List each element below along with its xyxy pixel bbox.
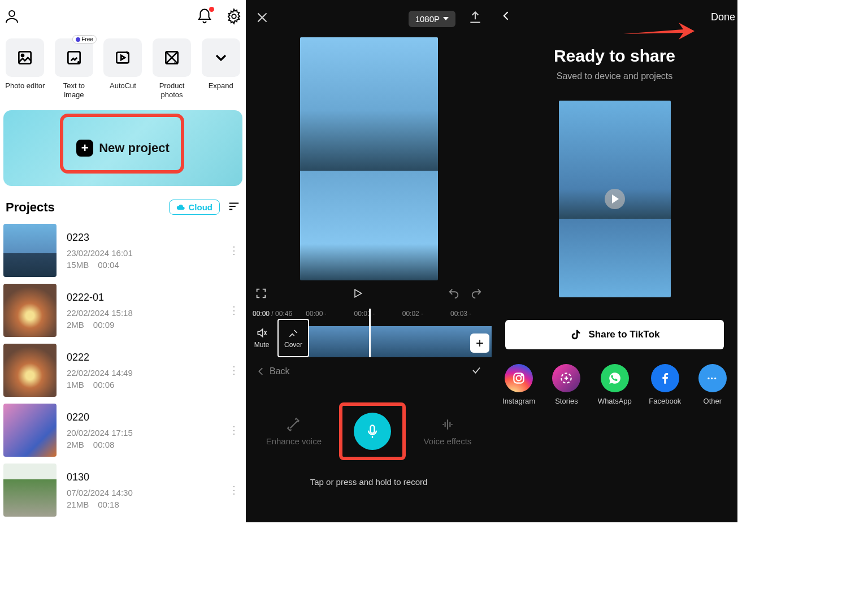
tool-label: Expand (209, 81, 233, 90)
record-button[interactable] (354, 413, 391, 450)
svg-point-0 (9, 11, 15, 16)
project-meta: 21MB00:18 (67, 500, 225, 509)
share-tiktok-label: Share to TikTok (589, 329, 660, 340)
new-project-button[interactable]: + New project (3, 110, 242, 186)
resolution-dropdown[interactable]: 1080P (409, 11, 455, 27)
tool-autocut[interactable]: AutoCut (101, 38, 145, 99)
saved-text: Saved to device and projects (492, 71, 737, 81)
share-label: Other (704, 397, 722, 405)
svg-point-10 (517, 376, 522, 381)
share-tiktok-button[interactable]: Share to TikTok (505, 320, 724, 349)
project-meta: 2MB00:09 (67, 320, 225, 330)
project-more-icon[interactable]: ⋮ (225, 304, 242, 317)
project-date: 23/02/2024 16:01 (67, 248, 225, 258)
tool-label: AutoCut (110, 81, 136, 90)
share-other[interactable]: •••Other (698, 364, 727, 405)
project-thumbnail (3, 344, 57, 397)
cloud-label: Cloud (189, 202, 213, 212)
play-icon[interactable] (352, 288, 363, 301)
svg-point-1 (232, 14, 236, 19)
project-item[interactable]: 0223 23/02/2024 16:01 15MB00:04 ⋮ (3, 220, 242, 280)
stories-icon (552, 364, 580, 392)
timeline-tick: 00:00 · (306, 310, 327, 318)
project-item[interactable]: 0222-01 22/02/2024 15:18 2MB00:09 ⋮ (3, 280, 242, 340)
enhance-voice-button[interactable]: Enhance voice (266, 417, 322, 446)
svg-rect-5 (117, 53, 129, 63)
whatsapp-icon (601, 364, 629, 392)
settings-icon[interactable] (225, 8, 242, 27)
arrow-annotation (622, 20, 696, 44)
project-item[interactable]: 0222 22/02/2024 14:49 1MB00:06 ⋮ (3, 340, 242, 400)
share-stories[interactable]: Stories (552, 364, 580, 405)
project-thumbnail (3, 404, 57, 457)
project-date: 22/02/2024 15:18 (67, 308, 225, 318)
facebook-icon (651, 364, 679, 392)
ready-heading: Ready to share (492, 46, 737, 66)
back-icon[interactable] (501, 10, 512, 24)
profile-icon[interactable] (3, 8, 20, 27)
project-meta: 2MB00:08 (67, 440, 225, 449)
back-label: Back (270, 366, 290, 376)
project-name: 0222 (67, 352, 225, 363)
svg-rect-8 (371, 426, 375, 434)
resolution-label: 1080P (415, 14, 440, 24)
notifications-icon[interactable] (196, 8, 213, 27)
notification-dot (209, 7, 214, 12)
record-hint: Tap or press and hold to record (246, 466, 492, 498)
project-item[interactable]: 0220 20/02/2024 17:15 2MB00:08 ⋮ (3, 400, 242, 460)
export-icon[interactable] (468, 10, 483, 27)
svg-rect-2 (19, 51, 31, 63)
close-icon[interactable] (255, 10, 270, 27)
share-label: Stories (555, 397, 578, 405)
svg-point-3 (21, 54, 24, 57)
project-thumbnail (3, 284, 57, 337)
project-more-icon[interactable]: ⋮ (225, 484, 242, 496)
mute-label: Mute (254, 341, 270, 349)
share-whatsapp[interactable]: WhatsApp (598, 364, 632, 405)
project-thumbnail (3, 464, 57, 517)
add-clip-button[interactable]: + (470, 334, 489, 353)
project-date: 20/02/2024 17:15 (67, 428, 225, 438)
video-preview[interactable] (300, 37, 438, 280)
back-button[interactable]: Back (256, 366, 290, 376)
tool-text-to-image[interactable]: FreeText to image (53, 38, 96, 99)
tool-label: Product photos (150, 81, 194, 99)
project-more-icon[interactable]: ⋮ (225, 244, 242, 257)
project-meta: 15MB00:04 (67, 260, 225, 270)
confirm-icon[interactable] (471, 365, 481, 378)
share-preview[interactable] (559, 101, 671, 297)
timeline[interactable]: Mute Cover + (246, 319, 492, 357)
playhead[interactable] (369, 309, 371, 357)
tool-label: Text to image (53, 81, 96, 99)
project-more-icon[interactable]: ⋮ (225, 364, 242, 376)
other-icon: ••• (698, 364, 727, 392)
redo-icon[interactable] (470, 287, 483, 302)
project-date: 07/02/2024 14:30 (67, 488, 225, 497)
share-label: Instagram (502, 397, 535, 405)
share-facebook[interactable]: Facebook (649, 364, 681, 405)
project-name: 0130 (67, 471, 225, 483)
tool-product-photos[interactable]: AIProduct photos (150, 38, 194, 99)
project-item[interactable]: 0130 07/02/2024 14:30 21MB00:18 ⋮ (3, 460, 242, 520)
project-more-icon[interactable]: ⋮ (225, 424, 242, 436)
fullscreen-icon[interactable] (255, 287, 267, 302)
cover-button[interactable]: Cover (277, 319, 309, 357)
share-label: WhatsApp (598, 397, 632, 405)
project-date: 22/02/2024 14:49 (67, 368, 225, 378)
projects-heading: Projects (6, 200, 55, 215)
project-name: 0220 (67, 412, 225, 423)
undo-icon[interactable] (448, 287, 460, 302)
tool-photo-editor[interactable]: Photo editor (3, 38, 47, 99)
tool-expand[interactable]: Expand (199, 38, 242, 99)
play-button[interactable] (605, 189, 625, 209)
cloud-button[interactable]: Cloud (169, 200, 220, 215)
sort-icon[interactable] (228, 200, 240, 215)
tool-label: Photo editor (5, 81, 45, 90)
timeline-tick: 00:02 · (402, 310, 423, 318)
done-button[interactable]: Done (711, 11, 735, 23)
project-meta: 1MB00:06 (67, 380, 225, 389)
enhance-voice-label: Enhance voice (266, 436, 322, 446)
voice-effects-button[interactable]: Voice effects (424, 417, 472, 446)
share-instagram[interactable]: Instagram (502, 364, 535, 405)
mute-button[interactable]: Mute (246, 319, 277, 357)
